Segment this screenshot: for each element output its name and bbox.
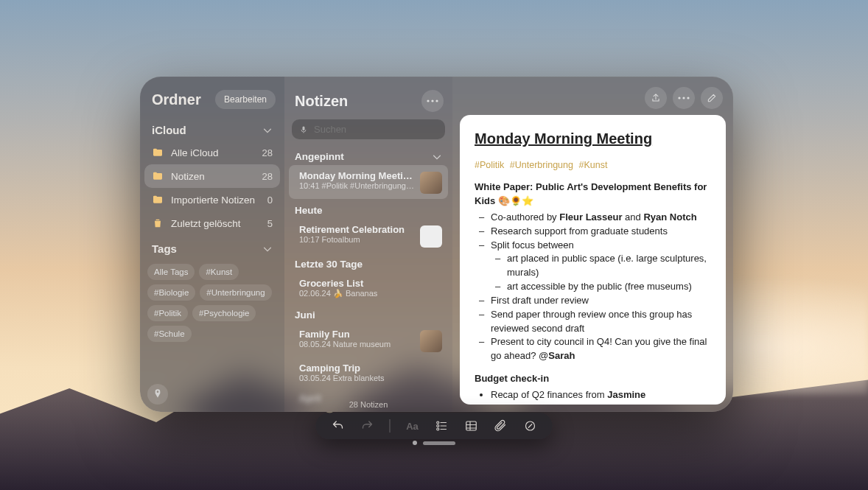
tag-plus-icon: [152, 388, 164, 400]
folder-count: 28: [262, 147, 273, 158]
tag-pill[interactable]: #Schule: [147, 326, 192, 342]
notes-window: Ordner Bearbeiten iCloud Alle iCloud28No…: [140, 77, 733, 412]
undo-button[interactable]: [331, 419, 346, 433]
redo-button: [360, 419, 375, 433]
undo-icon: [332, 419, 345, 433]
note-editor[interactable]: Monday Morning Meeting #Politik #Unterbr…: [460, 115, 726, 405]
list-item: Discus potential new funding sources: [491, 402, 711, 405]
checklist-button[interactable]: [435, 419, 449, 433]
page-indicator: [413, 441, 455, 445]
list-group-header[interactable]: Juni: [284, 304, 452, 323]
note-row[interactable]: Groceries List02.06.24 🍌 Bananas: [284, 273, 452, 304]
list-item: Recap of Q2 finances from Jasmine: [491, 388, 711, 402]
svg-point-4: [678, 97, 680, 99]
group-label: Letzte 30 Tage: [295, 259, 363, 270]
page-dot: [413, 441, 417, 445]
folder-row[interactable]: Notizen28: [144, 164, 280, 188]
icloud-section-label: iCloud: [152, 124, 186, 136]
tag-pill[interactable]: Alle Tags: [147, 264, 195, 280]
folder-label: Zuletzt gelöscht: [171, 218, 241, 229]
sidebar: Ordner Bearbeiten iCloud Alle iCloud28No…: [140, 77, 284, 412]
tag-pill[interactable]: #Kunst: [199, 264, 239, 280]
list-item: art placed in public space (i.e. large s…: [507, 252, 711, 280]
folder-row[interactable]: Zuletzt gelöscht5: [144, 211, 280, 235]
list-item: Research support from graduate students: [491, 225, 711, 239]
note-row[interactable]: Camping Trip03.05.24 Extra blankets: [284, 357, 452, 388]
folder-label: Notizen: [171, 171, 205, 182]
tags-section-label: Tags: [152, 242, 177, 255]
paperclip-icon: [494, 419, 508, 433]
note-row-title: Monday Morning Meeting: [299, 170, 414, 181]
folder-row[interactable]: Importierte Notizen0: [144, 188, 280, 211]
chevron-down-icon: [262, 244, 273, 254]
list-more-button[interactable]: [421, 90, 444, 112]
tag-pill[interactable]: #Unterbringung: [200, 284, 271, 301]
list-group-header[interactable]: Angepinnt: [284, 145, 452, 165]
toolbar-divider: [390, 419, 391, 433]
new-folder-button[interactable]: [147, 384, 168, 405]
note-title: Monday Morning Meeting: [475, 128, 711, 150]
chevron-down-icon: [432, 152, 442, 162]
tag-pill[interactable]: #Biologie: [147, 284, 195, 301]
attach-button[interactable]: [494, 419, 508, 433]
sidebar-title: Ordner: [152, 91, 201, 108]
format-toolbar: Aa: [316, 413, 553, 439]
svg-point-7: [437, 421, 439, 424]
note-row[interactable]: Monday Morning Meeting10:41 #Politik #Un…: [289, 165, 448, 199]
group-label: Heute: [295, 205, 323, 216]
notes-list[interactable]: AngepinntMonday Morning Meeting10:41 #Po…: [284, 145, 452, 412]
checklist-icon: [435, 419, 449, 433]
note-row[interactable]: Retirement Celebration10:17 Fotoalbum: [284, 219, 452, 253]
page-bar: [423, 441, 455, 445]
note-hashtags: #Politik #Unterbringung #Kunst: [475, 158, 711, 172]
note-row[interactable]: Family Fun08.05.24 Nature museum: [284, 323, 452, 357]
list-item: First draft under review: [491, 294, 711, 308]
folder-row[interactable]: Alle iCloud28: [144, 141, 280, 164]
search-input[interactable]: [314, 124, 438, 135]
svg-point-1: [431, 99, 433, 102]
list-title: Notizen: [295, 93, 348, 110]
hashtag[interactable]: #Politik: [475, 160, 504, 170]
note-row-title: Camping Trip: [299, 363, 442, 374]
table-button[interactable]: [464, 419, 479, 433]
svg-rect-3: [303, 126, 305, 130]
edit-button[interactable]: Bearbeiten: [215, 90, 276, 109]
mic-icon: [299, 125, 308, 135]
svg-point-2: [435, 99, 438, 102]
group-label: Juni: [295, 309, 315, 321]
list-item: Present to city council in Q4! Can you g…: [491, 335, 711, 363]
compose-button[interactable]: [701, 87, 723, 109]
note-row-subtitle: 03.05.24 Extra blankets: [299, 374, 442, 382]
editor-more-button[interactable]: [673, 87, 695, 109]
search-field[interactable]: [292, 119, 445, 139]
tags-section-header[interactable]: Tags: [140, 235, 284, 259]
list-item: Split focus between art placed in public…: [491, 239, 711, 294]
list-group-header[interactable]: Heute: [284, 199, 452, 219]
note-thumbnail: [420, 330, 442, 352]
note-row-title: Retirement Celebration: [299, 224, 414, 235]
group-label: Angepinnt: [295, 151, 344, 162]
folder-count: 28: [262, 171, 273, 182]
list-group-header[interactable]: Letzte 30 Tage: [284, 253, 452, 273]
note-row-title: Family Fun: [299, 329, 414, 340]
share-button[interactable]: [645, 87, 667, 109]
note-editor-column: Monday Morning Meeting #Politik #Unterbr…: [452, 77, 733, 412]
hashtag[interactable]: #Kunst: [578, 160, 607, 170]
folder-label: Importierte Notizen: [171, 195, 255, 206]
note-row-subtitle: 08.05.24 Nature museum: [299, 340, 414, 349]
notes-count-label: 28 Notizen: [284, 400, 452, 409]
svg-point-5: [682, 97, 685, 99]
tag-pill[interactable]: #Politik: [147, 305, 188, 321]
ellipsis-icon: [678, 97, 690, 99]
markup-button[interactable]: [523, 419, 538, 433]
budget-heading: Budget check-in: [475, 372, 711, 386]
folder-count: 5: [267, 218, 273, 229]
markup-icon: [524, 419, 537, 433]
note-row-title: Groceries List: [299, 278, 442, 289]
tag-pill[interactable]: #Psychologie: [192, 305, 256, 321]
svg-point-8: [437, 425, 439, 427]
ellipsis-icon: [427, 99, 438, 102]
icloud-section-header[interactable]: iCloud: [140, 116, 284, 141]
folder-label: Alle iCloud: [171, 147, 219, 158]
hashtag[interactable]: #Unterbringung: [510, 160, 573, 170]
